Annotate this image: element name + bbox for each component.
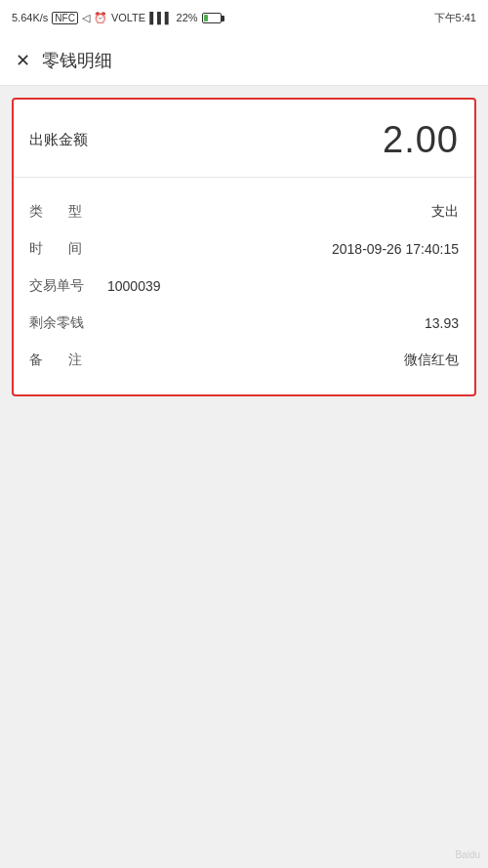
amount-section: 出账金额 2.00 bbox=[14, 100, 474, 178]
battery-percent: 22% bbox=[177, 12, 198, 23]
amount-value: 2.00 bbox=[383, 119, 459, 161]
remaining-value: 13.93 bbox=[425, 315, 459, 331]
alarm-icon: ⏰ bbox=[94, 12, 107, 24]
remaining-label: 剩余零钱 bbox=[29, 314, 98, 332]
main-content: 出账金额 2.00 类 型 支出 时 间 2018-09-26 17:40:15… bbox=[0, 86, 488, 868]
type-label: 类 型 bbox=[29, 203, 98, 221]
status-bar: 5.64K/s NFC ◁ ⏰ VOLTE ▌▌▌ 22% 下午5:41 bbox=[0, 0, 488, 35]
amount-label: 出账金额 bbox=[29, 131, 88, 149]
status-right: 下午5:41 bbox=[434, 11, 476, 25]
time-row: 时 间 2018-09-26 17:40:15 bbox=[29, 230, 459, 268]
remaining-row: 剩余零钱 13.93 bbox=[29, 305, 459, 342]
speed-indicator: 5.64K/s bbox=[12, 12, 48, 23]
battery-icon bbox=[202, 13, 222, 23]
time-value: 2018-09-26 17:40:15 bbox=[332, 241, 459, 257]
transaction-id-value: 1000039 bbox=[107, 278, 459, 294]
note-value: 微信红包 bbox=[404, 351, 459, 369]
volte-label: VOLTE bbox=[111, 12, 145, 23]
type-row: 类 型 支出 bbox=[29, 193, 459, 230]
current-time: 下午5:41 bbox=[434, 11, 476, 25]
watermark: Baidu bbox=[455, 849, 480, 860]
network-bars: ▌▌▌ bbox=[149, 12, 172, 23]
note-label: 备 注 bbox=[29, 351, 98, 369]
back-button[interactable]: ✕ bbox=[16, 50, 30, 71]
page-title: 零钱明细 bbox=[42, 49, 112, 72]
nfc-badge: NFC bbox=[52, 12, 78, 24]
signal-icon: ◁ bbox=[82, 12, 90, 24]
type-value: 支出 bbox=[431, 203, 459, 221]
transaction-id-row: 交易单号 1000039 bbox=[29, 268, 459, 305]
note-row: 备 注 微信红包 bbox=[29, 342, 459, 379]
details-section: 类 型 支出 时 间 2018-09-26 17:40:15 交易单号 1000… bbox=[14, 178, 474, 394]
time-label: 时 间 bbox=[29, 240, 98, 258]
transaction-card: 出账金额 2.00 类 型 支出 时 间 2018-09-26 17:40:15… bbox=[12, 98, 476, 396]
header: ✕ 零钱明细 bbox=[0, 35, 488, 86]
status-left: 5.64K/s NFC ◁ ⏰ VOLTE ▌▌▌ 22% bbox=[12, 12, 222, 24]
transaction-id-label: 交易单号 bbox=[29, 277, 98, 295]
